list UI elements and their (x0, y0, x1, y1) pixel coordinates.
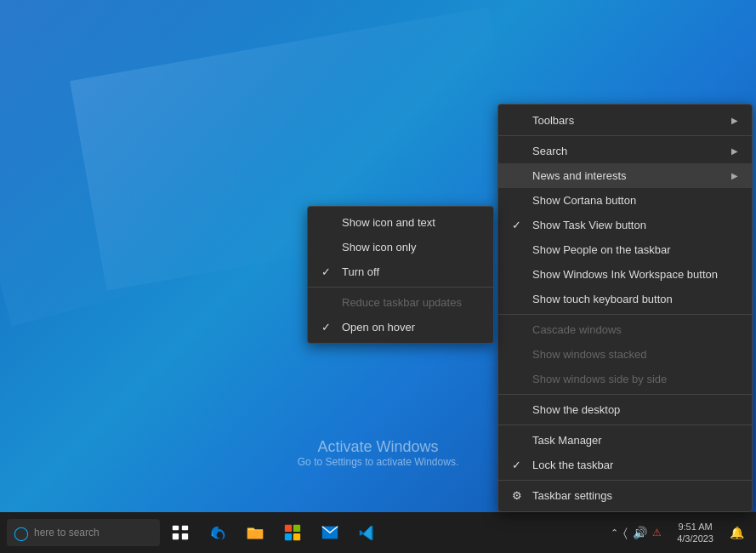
check-open-on-hover: ✓ (321, 321, 335, 334)
svg-rect-4 (285, 525, 292, 532)
taskbar-search-box[interactable]: ◯ here to search (7, 519, 160, 546)
svg-rect-3 (182, 533, 188, 539)
check-taskview: ✓ (512, 219, 526, 231)
menu-item-toolbars[interactable]: Toolbars ▶ (498, 108, 752, 133)
menu-item-ink-workspace[interactable]: Show Windows Ink Workspace button (498, 262, 752, 287)
file-explorer-icon (246, 523, 264, 542)
submenu-item-turn-off[interactable]: ✓ Turn off (308, 259, 493, 284)
menu-item-cortana[interactable]: Show Cortana button (498, 188, 752, 213)
edge-icon (208, 523, 227, 542)
tray-icons: ⌃ 〈 🔊 ⚠ (605, 526, 667, 540)
svg-rect-7 (293, 533, 300, 540)
svg-rect-2 (173, 533, 179, 539)
file-explorer-button[interactable] (238, 516, 272, 550)
menu-item-touch-keyboard[interactable]: Show touch keyboard button (498, 287, 752, 311)
battery-warning-icon: ⚠ (652, 527, 662, 539)
network-icon[interactable]: 〈 (623, 526, 628, 540)
separator-after-toolbars (498, 135, 752, 136)
submenu-item-open-on-hover[interactable]: ✓ Open on hover (308, 315, 493, 339)
taskbar-context-menu: Toolbars ▶ Search ▶ News and interests ▶… (497, 104, 753, 512)
bing-icon: ◯ (14, 525, 29, 541)
menu-item-show-desktop[interactable]: Show the desktop (498, 397, 752, 422)
store-button[interactable] (276, 516, 310, 550)
separator-4 (498, 480, 752, 481)
check-turn-off: ✓ (321, 265, 335, 278)
vscode-icon (358, 523, 377, 542)
menu-item-people[interactable]: Show People on the taskbar (498, 237, 752, 262)
menu-item-search[interactable]: Search ▶ (498, 139, 752, 163)
menu-item-taskbar-settings[interactable]: ⚙ Taskbar settings (498, 483, 752, 508)
separator-2 (498, 394, 752, 395)
submenu-item-show-icon-only[interactable]: Show icon only (308, 235, 493, 259)
svg-rect-6 (285, 533, 292, 540)
separator-1 (498, 314, 752, 315)
notification-center-button[interactable]: 🔔 (724, 516, 749, 550)
svg-rect-1 (182, 526, 188, 531)
store-icon (283, 523, 302, 542)
news-interests-submenu: Show icon and text Show icon only ✓ Turn… (307, 206, 494, 344)
system-tray-area: ⌃ 〈 🔊 ⚠ 9:51 AM 4/3/2023 🔔 (605, 516, 756, 550)
menu-item-news-interests[interactable]: News and interests ▶ (498, 163, 752, 188)
edge-button[interactable] (201, 516, 235, 550)
menu-item-task-manager[interactable]: Task Manager (498, 428, 752, 453)
check-lock-taskbar: ✓ (512, 459, 526, 471)
volume-icon[interactable]: 🔊 (633, 526, 647, 539)
tray-overflow-button[interactable]: ⌃ (611, 527, 618, 539)
taskbar: ◯ here to search (0, 512, 756, 553)
svg-rect-0 (173, 526, 179, 531)
mail-button[interactable] (313, 516, 347, 550)
taskview-icon (171, 523, 190, 542)
gear-icon: ⚙ (512, 489, 526, 502)
menu-item-taskview[interactable]: ✓ Show Task View button (498, 213, 752, 237)
menu-item-side-by-side: Show windows side by side (498, 367, 752, 391)
arrow-icon-search: ▶ (731, 146, 738, 156)
arrow-icon-news: ▶ (731, 171, 738, 180)
vscode-button[interactable] (350, 516, 384, 550)
menu-item-stacked: Show windows stacked (498, 342, 752, 367)
menu-item-cascade: Cascade windows (498, 317, 752, 342)
submenu-item-show-icon-text[interactable]: Show icon and text (308, 210, 493, 235)
arrow-icon: ▶ (731, 116, 738, 125)
taskview-button[interactable] (163, 516, 197, 550)
taskbar-app-icons (163, 516, 384, 550)
submenu-separator-1 (308, 287, 493, 288)
search-placeholder-text: here to search (34, 527, 99, 539)
separator-3 (498, 425, 752, 425)
submenu-item-reduce-updates: Reduce taskbar updates (308, 290, 493, 315)
svg-rect-5 (293, 525, 300, 532)
system-clock[interactable]: 9:51 AM 4/3/2023 (670, 521, 720, 545)
mail-icon (321, 523, 339, 542)
menu-item-lock-taskbar[interactable]: ✓ Lock the taskbar (498, 453, 752, 477)
